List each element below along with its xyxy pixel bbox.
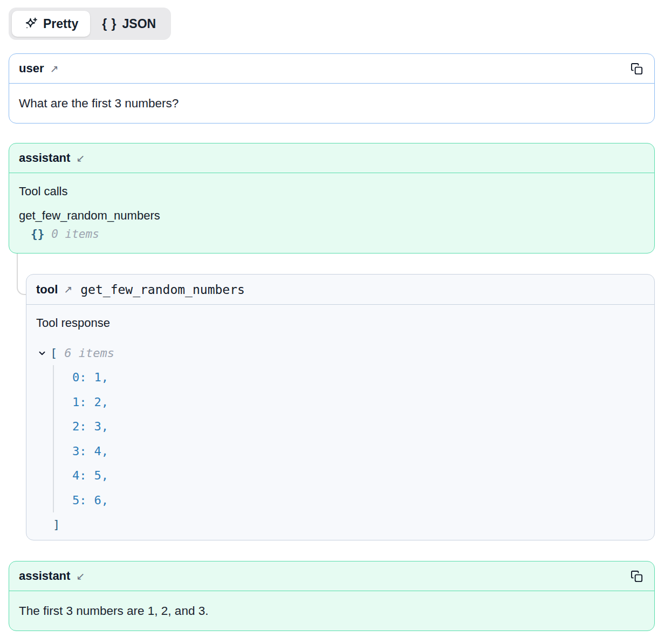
tool-response-body: Tool response [ 6 items 0: 1, 1: 2, <box>26 305 654 536</box>
close-bracket: ] <box>53 518 60 531</box>
arrow-up-right-icon: ↗ <box>50 64 58 74</box>
assistant-final-content: The first 3 numbers are 1, 2, and 3. <box>9 591 654 631</box>
tool-call-args: {} 0 items <box>19 228 645 241</box>
assistant-final-card: assistant ↙ The first 3 numbers are 1, 2… <box>9 561 655 631</box>
assistant-tool-call-header: assistant ↙ <box>9 143 654 173</box>
json-tree: [ 6 items 0: 1, 1: 2, 2: 3, 3: 4, <box>36 341 645 536</box>
entry-value: 6, <box>94 494 109 507</box>
tool-calls-label: Tool calls <box>19 184 645 198</box>
close-bracket-row: ] <box>36 512 645 536</box>
args-item-count: 0 items <box>51 228 99 241</box>
empty-object-icon: {} <box>31 228 44 241</box>
json-entry: 1: 2, <box>72 390 645 415</box>
tool-response-header: tool ↗ get_few_random_numbers <box>26 275 654 305</box>
array-item-count: 6 items <box>64 346 114 360</box>
arrow-down-left-icon: ↙ <box>76 571 85 581</box>
tab-json[interactable]: { } JSON <box>90 11 168 37</box>
entry-value: 5, <box>94 469 109 482</box>
tool-response-name: get_few_random_numbers <box>80 283 245 297</box>
entry-value: 4, <box>94 444 109 458</box>
collapse-chevron-icon[interactable] <box>37 348 48 359</box>
entry-key: 5: <box>72 494 87 507</box>
user-message-card: user ↗ What are the first 3 numbers? <box>9 53 655 124</box>
json-entry: 3: 4, <box>72 439 645 464</box>
json-entry: 0: 1, <box>72 365 645 390</box>
copy-icon <box>631 570 643 583</box>
json-entry: 2: 3, <box>72 414 645 439</box>
json-array-head: [ 6 items <box>36 341 645 365</box>
assistant-tool-call-card: assistant ↙ Tool calls get_few_random_nu… <box>9 143 655 254</box>
entry-key: 0: <box>72 371 87 384</box>
tab-pretty[interactable]: Pretty <box>12 11 90 37</box>
role-label: user <box>19 61 44 76</box>
user-message-content: What are the first 3 numbers? <box>9 84 654 123</box>
sparkles-icon <box>24 17 38 31</box>
tool-call-connector-line <box>17 254 26 295</box>
json-array-rows: 0: 1, 1: 2, 2: 3, 3: 4, 4: 5, <box>53 365 645 512</box>
braces-icon: { } <box>102 17 117 31</box>
role-label: assistant <box>19 569 70 583</box>
entry-key: 2: <box>72 420 87 433</box>
tool-response-card: tool ↗ get_few_random_numbers Tool respo… <box>26 274 655 540</box>
user-message-header: user ↗ <box>9 54 654 84</box>
view-mode-toggle: Pretty { } JSON <box>9 8 171 40</box>
copy-button[interactable] <box>631 61 645 76</box>
arrow-down-left-icon: ↙ <box>76 153 85 163</box>
entry-key: 4: <box>72 469 87 482</box>
copy-icon <box>631 63 643 75</box>
copy-button[interactable] <box>631 569 645 583</box>
open-bracket: [ <box>50 346 57 360</box>
tool-response-label: Tool response <box>36 316 645 330</box>
json-entry: 4: 5, <box>72 463 645 488</box>
assistant-tool-call-body: Tool calls get_few_random_numbers {} 0 i… <box>9 173 654 241</box>
assistant-final-header: assistant ↙ <box>9 561 654 591</box>
entry-key: 1: <box>72 395 87 409</box>
entry-value: 1, <box>94 371 109 384</box>
json-entry: 5: 6, <box>72 488 645 513</box>
entry-value: 3, <box>94 420 109 433</box>
json-tab-label: JSON <box>122 17 156 31</box>
entry-key: 3: <box>72 444 87 458</box>
entry-value: 2, <box>94 395 109 409</box>
arrow-up-right-icon: ↗ <box>64 284 72 294</box>
tool-call-name: get_few_random_numbers <box>19 209 645 223</box>
role-label: assistant <box>19 151 70 165</box>
pretty-tab-label: Pretty <box>43 17 78 31</box>
role-label: tool <box>36 283 58 297</box>
